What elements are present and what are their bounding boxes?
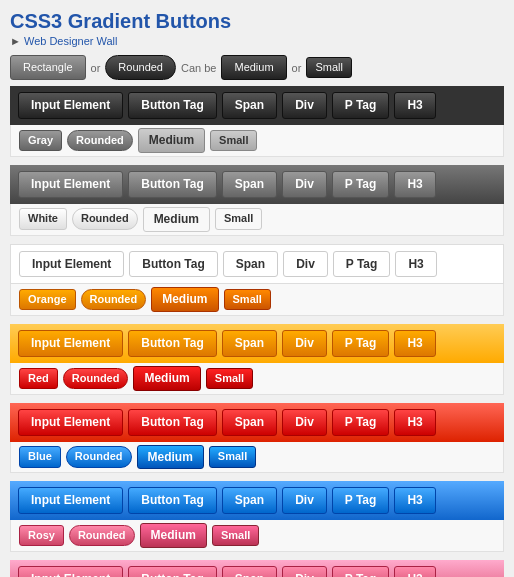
subtitle-link[interactable]: Web Designer Wall [24,35,118,47]
btn-h3-rosy[interactable]: H3 [394,566,435,577]
label-row-blue: Rosy Rounded Medium Small [10,520,504,552]
btn-div-blue[interactable]: Div [282,487,327,514]
btn-ptag-red[interactable]: P Tag [332,409,390,436]
label-small-dark[interactable]: Small [210,130,257,151]
btn-span-orange[interactable]: Span [222,330,277,357]
section-gray: Input Element Button Tag Span Div P Tag … [10,165,504,236]
btn-span-white[interactable]: Span [223,251,278,278]
label-white[interactable]: White [19,208,67,229]
label-medium-red[interactable]: Medium [137,445,204,470]
label-orange[interactable]: Orange [19,289,76,310]
legend-or2: or [292,62,302,74]
btn-ptag-blue[interactable]: P Tag [332,487,390,514]
label-medium-dark[interactable]: Medium [138,128,205,153]
btn-h3-red[interactable]: H3 [394,409,435,436]
btn-span-gray[interactable]: Span [222,171,277,198]
label-medium-white[interactable]: Medium [151,287,218,312]
label-rounded-gray[interactable]: Rounded [72,208,138,229]
label-medium-gray[interactable]: Medium [143,207,210,232]
subtitle: ► Web Designer Wall [10,35,504,47]
legend-small[interactable]: Small [306,57,352,78]
btn-ptag-orange[interactable]: P Tag [332,330,390,357]
btn-input-orange[interactable]: Input Element [18,330,123,357]
btn-div-rosy[interactable]: Div [282,566,327,577]
btn-div-gray[interactable]: Div [282,171,327,198]
button-row-blue: Input Element Button Tag Span Div P Tag … [10,481,504,520]
btn-ptag-rosy[interactable]: P Tag [332,566,390,577]
label-medium-orange[interactable]: Medium [133,366,200,391]
btn-div-red[interactable]: Div [282,409,327,436]
btn-span-red[interactable]: Span [222,409,277,436]
btn-div-white[interactable]: Div [283,251,328,278]
legend-rounded[interactable]: Rounded [105,55,176,80]
label-row-dark: Gray Rounded Medium Small [10,125,504,157]
btn-input-red[interactable]: Input Element [18,409,123,436]
btn-h3-gray[interactable]: H3 [394,171,435,198]
btn-div-dark[interactable]: Div [282,92,327,119]
label-rounded-red[interactable]: Rounded [66,446,132,467]
label-row-orange: Red Rounded Medium Small [10,363,504,395]
label-gray[interactable]: Gray [19,130,62,151]
label-row-red: Blue Rounded Medium Small [10,442,504,474]
button-row-gray: Input Element Button Tag Span Div P Tag … [10,165,504,204]
section-orange: Input Element Button Tag Span Div P Tag … [10,324,504,395]
section-dark: Input Element Button Tag Span Div P Tag … [10,86,504,157]
btn-span-rosy[interactable]: Span [222,566,277,577]
btn-h3-orange[interactable]: H3 [394,330,435,357]
btn-input-dark[interactable]: Input Element [18,92,123,119]
section-white: Input Element Button Tag Span Div P Tag … [10,244,504,317]
section-rosy: Input Element Button Tag Span Div P Tag … [10,560,504,577]
label-rosy[interactable]: Rosy [19,525,64,546]
label-row-white: Orange Rounded Medium Small [10,284,504,316]
legend-medium[interactable]: Medium [221,55,286,80]
legend-rectangle[interactable]: Rectangle [10,55,86,80]
page-title: CSS3 Gradient Buttons [10,10,504,33]
label-rounded-blue[interactable]: Rounded [69,525,135,546]
btn-span-dark[interactable]: Span [222,92,277,119]
section-blue: Input Element Button Tag Span Div P Tag … [10,481,504,552]
btn-ptag-gray[interactable]: P Tag [332,171,390,198]
label-rounded-white[interactable]: Rounded [81,289,147,310]
btn-button-white[interactable]: Button Tag [129,251,217,278]
btn-input-gray[interactable]: Input Element [18,171,123,198]
btn-button-rosy[interactable]: Button Tag [128,566,216,577]
btn-input-rosy[interactable]: Input Element [18,566,123,577]
label-small-orange[interactable]: Small [206,368,253,389]
label-small-white[interactable]: Small [224,289,271,310]
legend-canbe: Can be [181,62,216,74]
btn-button-blue[interactable]: Button Tag [128,487,216,514]
btn-span-blue[interactable]: Span [222,487,277,514]
btn-h3-white[interactable]: H3 [395,251,436,278]
button-row-dark: Input Element Button Tag Span Div P Tag … [10,86,504,125]
btn-ptag-dark[interactable]: P Tag [332,92,390,119]
btn-button-dark[interactable]: Button Tag [128,92,216,119]
button-row-rosy: Input Element Button Tag Span Div P Tag … [10,560,504,577]
button-row-orange: Input Element Button Tag Span Div P Tag … [10,324,504,363]
btn-input-blue[interactable]: Input Element [18,487,123,514]
label-small-gray[interactable]: Small [215,208,262,229]
label-small-blue[interactable]: Small [212,525,259,546]
btn-h3-blue[interactable]: H3 [394,487,435,514]
section-red: Input Element Button Tag Span Div P Tag … [10,403,504,474]
label-blue[interactable]: Blue [19,446,61,467]
legend-row: Rectangle or Rounded Can be Medium or Sm… [10,55,504,80]
btn-button-gray[interactable]: Button Tag [128,171,216,198]
btn-button-red[interactable]: Button Tag [128,409,216,436]
btn-button-orange[interactable]: Button Tag [128,330,216,357]
btn-input-white[interactable]: Input Element [19,251,124,278]
button-row-red: Input Element Button Tag Span Div P Tag … [10,403,504,442]
btn-div-orange[interactable]: Div [282,330,327,357]
label-medium-blue[interactable]: Medium [140,523,207,548]
btn-ptag-white[interactable]: P Tag [333,251,391,278]
legend-or1: or [91,62,101,74]
label-red[interactable]: Red [19,368,58,389]
label-row-gray: White Rounded Medium Small [10,204,504,236]
label-small-red[interactable]: Small [209,446,256,467]
label-rounded-orange[interactable]: Rounded [63,368,129,389]
button-row-white: Input Element Button Tag Span Div P Tag … [10,244,504,285]
label-rounded-dark[interactable]: Rounded [67,130,133,151]
btn-h3-dark[interactable]: H3 [394,92,435,119]
